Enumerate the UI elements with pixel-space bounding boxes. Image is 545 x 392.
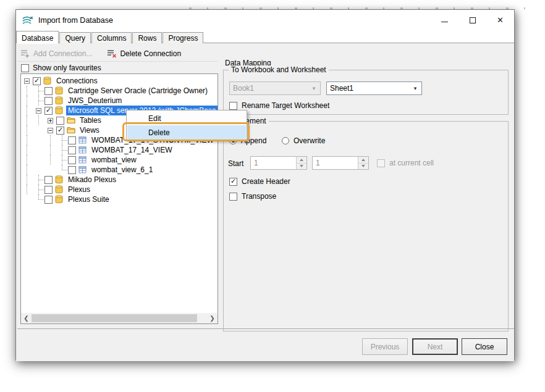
- add-connection-icon: [20, 49, 30, 58]
- table-view-icon: [78, 166, 87, 173]
- tree-node-label[interactable]: Connections: [54, 76, 99, 86]
- close-dialog-button[interactable]: Close: [462, 338, 507, 355]
- spin-down-icon: [297, 164, 306, 170]
- start-row-spinner: 1: [312, 156, 369, 170]
- tree-indent-guide: [21, 185, 33, 194]
- tab-rows[interactable]: Rows: [132, 32, 162, 43]
- database-icon: [55, 96, 63, 105]
- start-column-spinner: 1: [250, 156, 307, 170]
- previous-button[interactable]: Previous: [362, 338, 408, 355]
- delete-connection-label: Delete Connection: [120, 49, 181, 58]
- tree-node-label[interactable]: Mikado Plexus: [66, 175, 118, 185]
- tree-indent-guide: [21, 106, 33, 115]
- scrollbar-thumb[interactable]: [32, 314, 197, 322]
- tree-indent-guide: [21, 165, 33, 175]
- tree-node-checkbox[interactable]: [44, 87, 53, 95]
- next-button[interactable]: Next: [412, 338, 458, 355]
- tree-row[interactable]: WOMBAT_17_14_VIEW: [21, 145, 218, 155]
- workbook-group-title: To Workbook and Worksheet: [229, 65, 329, 74]
- show-only-favourites-checkbox[interactable]: [21, 64, 29, 72]
- tree-node-checkbox[interactable]: [68, 166, 76, 174]
- import-from-database-dialog: x Import from Database ✕ Database Query …: [15, 9, 515, 361]
- table-view-icon: [78, 136, 87, 144]
- scroll-right-icon[interactable]: ❯: [207, 313, 218, 323]
- tree-indent-guide: [33, 155, 44, 165]
- at-current-cell-label: at current cell: [389, 159, 434, 167]
- tree-indent-guide: [21, 155, 33, 165]
- tree-node-checkbox[interactable]: [44, 176, 53, 184]
- chevron-down-icon: ▾: [308, 85, 320, 91]
- database-icon: [55, 185, 63, 194]
- tree-row[interactable]: Plexus Suite: [21, 194, 218, 204]
- maximize-button[interactable]: [458, 10, 486, 30]
- close-button[interactable]: ✕: [486, 10, 514, 30]
- tree-node-label[interactable]: Cartridge Server Oracle (Cartridge Owner…: [66, 86, 209, 96]
- tree-row[interactable]: JWS_Deuterium: [21, 96, 218, 106]
- tree-node-checkbox[interactable]: [56, 117, 64, 125]
- rename-target-worksheet-checkbox[interactable]: [229, 102, 237, 110]
- transpose-checkbox[interactable]: [229, 193, 237, 201]
- tree-node-label[interactable]: Tables: [78, 115, 103, 125]
- tree-node-checkbox[interactable]: [68, 146, 76, 154]
- tree-row[interactable]: wombat_view_6_1: [21, 165, 218, 175]
- titlebar: x Import from Database ✕: [16, 10, 514, 30]
- tree-row[interactable]: Mikado Plexus: [21, 175, 218, 185]
- tree-row[interactable]: Plexus: [21, 185, 218, 194]
- tree-node-label[interactable]: Plexus Suite: [66, 194, 111, 204]
- tree-node-checkbox[interactable]: [33, 77, 41, 85]
- start-label: Start: [228, 159, 243, 168]
- tree-connector: [33, 185, 44, 194]
- collapse-icon[interactable]: [33, 106, 44, 115]
- spin-up-icon: [358, 157, 368, 164]
- tree-node-label[interactable]: wombat_view: [90, 155, 138, 165]
- tree-indent-guide: [21, 115, 33, 125]
- tree-row[interactable]: wombat_view: [21, 155, 218, 165]
- tree-node-checkbox[interactable]: [68, 156, 76, 164]
- tree-indent-guide: [33, 145, 44, 155]
- tree-connector: [33, 194, 44, 204]
- tree-node-checkbox[interactable]: [44, 97, 53, 105]
- create-header-checkbox[interactable]: [229, 178, 237, 186]
- tree-connector: [33, 175, 44, 185]
- delete-connection-icon: [107, 49, 117, 58]
- tree-node-checkbox[interactable]: [56, 127, 64, 135]
- tree-indent-guide: [21, 86, 33, 96]
- tree-node-checkbox[interactable]: [44, 196, 53, 204]
- tab-query[interactable]: Query: [59, 32, 91, 43]
- collapse-icon[interactable]: [44, 125, 56, 135]
- tab-database[interactable]: Database: [16, 31, 59, 44]
- tree-indent-guide: [21, 135, 33, 145]
- tree-row[interactable]: Connections: [21, 76, 218, 86]
- tree-horizontal-scrollbar[interactable]: ❮ ❯: [21, 313, 218, 323]
- collapse-icon[interactable]: [21, 76, 33, 86]
- workbook-value: Book1: [230, 84, 308, 93]
- tree-node-label[interactable]: JWS_Deuterium: [66, 96, 124, 106]
- tree-connector: [33, 96, 44, 106]
- tree-node-label[interactable]: Plexus: [66, 185, 92, 194]
- tab-progress[interactable]: Progress: [163, 32, 203, 43]
- database-icon: [55, 175, 63, 184]
- scroll-left-icon[interactable]: ❮: [21, 313, 32, 323]
- tree-indent-guide: [21, 96, 33, 106]
- tree-row[interactable]: Cartridge Server Oracle (Cartridge Owner…: [21, 86, 218, 96]
- tree-node-label[interactable]: Views: [78, 125, 101, 135]
- context-menu-item-edit[interactable]: Edit: [127, 111, 246, 125]
- tree-connector: [56, 165, 68, 175]
- tab-columns[interactable]: Columns: [91, 32, 132, 43]
- expand-icon[interactable]: [44, 115, 56, 125]
- worksheet-select[interactable]: Sheet1 ▾: [326, 81, 422, 95]
- tree-node-checkbox[interactable]: [44, 186, 53, 194]
- tree-node-checkbox[interactable]: [44, 107, 53, 115]
- delete-connection-button[interactable]: Delete Connection: [107, 49, 181, 58]
- overwrite-radio[interactable]: [282, 137, 289, 144]
- minimize-button[interactable]: [431, 10, 458, 30]
- jchem-excel-app-icon: x: [21, 15, 35, 26]
- add-connection-button[interactable]: Add Connection...: [20, 49, 92, 58]
- connection-toolbar: Add Connection... Delete Connection: [20, 47, 196, 60]
- start-column-value: 1: [251, 157, 296, 169]
- tree-node-checkbox[interactable]: [68, 136, 76, 144]
- context-menu-item-delete[interactable]: Delete: [127, 125, 246, 140]
- tree-node-label[interactable]: WOMBAT_17_14_VIEW: [90, 145, 174, 155]
- tree-node-label[interactable]: wombat_view_6_1: [90, 165, 154, 175]
- transpose-label: Transpose: [242, 192, 276, 201]
